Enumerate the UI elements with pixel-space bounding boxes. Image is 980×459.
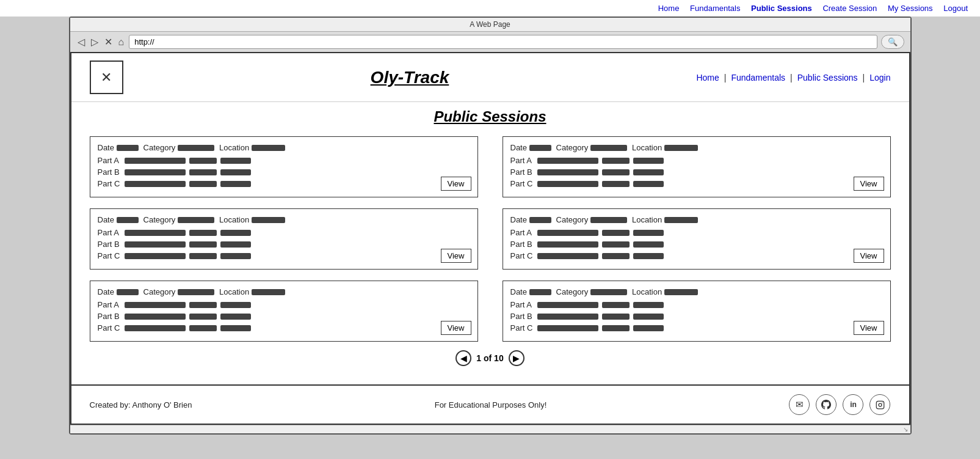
topnav-logout[interactable]: Logout	[943, 4, 968, 13]
nav-sep-2: |	[790, 73, 793, 83]
next-page-button[interactable]: ▶	[509, 350, 524, 366]
browser-title: A Web Page	[470, 20, 510, 29]
loc-val-1	[252, 145, 285, 151]
session-5-row-b: Part B	[98, 312, 470, 321]
session-6-row-a: Part A	[510, 300, 883, 309]
session-5-row-c: Part C	[98, 323, 470, 332]
forward-button[interactable]: ▷	[90, 36, 100, 48]
session-card-1: Date Category Location Part A	[90, 136, 478, 197]
topnav-create-session[interactable]: Create Session	[822, 4, 877, 13]
session-6-row-c: Part C	[510, 323, 883, 332]
session-2-row-a: Part A	[510, 156, 883, 165]
site-nav: Home | Fundamentals | Public Sessions | …	[696, 73, 890, 83]
linkedin-icon[interactable]: in	[843, 394, 863, 415]
view-button-4[interactable]: View	[854, 249, 884, 263]
topnav-home[interactable]: Home	[658, 4, 680, 13]
pagination: ◀ 1 of 10 ▶	[90, 342, 891, 372]
session-5-row-a: Part A	[98, 300, 470, 309]
pagination-text: 1 of 10	[476, 353, 503, 363]
session-card-2: Date Category Location Part A	[503, 136, 891, 197]
page-main: Public Sessions Date Category Location P…	[71, 102, 909, 384]
session-2-row-b: Part B	[510, 167, 883, 177]
loc-label-1: Location	[217, 143, 249, 152]
site-footer: Created by: Anthony O' Brien For Educati…	[71, 384, 909, 424]
cat-label-1: Category	[141, 143, 175, 152]
sessions-grid: Date Category Location Part A	[90, 136, 891, 342]
date-val-1	[117, 145, 139, 151]
view-button-2[interactable]: View	[854, 177, 884, 191]
url-bar[interactable]	[129, 35, 877, 49]
footer-credit: Created by: Anthony O' Brien	[90, 400, 192, 409]
view-button-3[interactable]: View	[441, 249, 471, 263]
session-card-4: Date Category Location Part A	[503, 208, 891, 270]
page-content: ✕ Oly-Track Home | Fundamentals | Public…	[70, 52, 910, 425]
email-icon[interactable]: ✉	[789, 394, 810, 415]
prev-page-button[interactable]: ◀	[456, 350, 471, 366]
session-2-header: Date Category Location	[510, 143, 883, 152]
session-card-3: Date Category Location Part A	[90, 208, 478, 270]
reload-button[interactable]: ✕	[103, 36, 114, 48]
session-1-row-b: Part B	[98, 167, 470, 177]
browser-window: A Web Page ◁ ▷ ✕ ⌂ 🔍 ✕ Oly-Track Home | …	[69, 17, 912, 435]
session-card-6: Date Category Location Part A	[503, 281, 891, 342]
nav-sep-3: |	[863, 73, 865, 83]
browser-search-button[interactable]: 🔍	[881, 35, 904, 49]
session-3-row-b: Part B	[98, 240, 470, 249]
cat-val-1	[178, 145, 214, 151]
sitenav-login[interactable]: Login	[869, 73, 890, 83]
session-4-row-c: Part C	[510, 251, 883, 260]
site-title: Oly-Track	[371, 68, 449, 87]
footer-icons: ✉ in	[789, 394, 890, 415]
session-4-header: Date Category Location	[510, 215, 883, 224]
topnav-my-sessions[interactable]: My Sessions	[888, 4, 933, 13]
github-icon[interactable]	[816, 394, 837, 415]
instagram-icon[interactable]	[869, 394, 890, 415]
session-6-header: Date Category Location	[510, 287, 883, 296]
sitenav-fundamentals[interactable]: Fundamentals	[731, 73, 785, 83]
session-4-row-a: Part A	[510, 228, 883, 237]
page-current: 1	[476, 353, 481, 363]
view-button-1[interactable]: View	[441, 177, 471, 191]
date-label-1: Date	[98, 143, 114, 152]
back-button[interactable]: ◁	[76, 36, 86, 48]
session-6-row-b: Part B	[510, 312, 883, 321]
session-1-row-c: Part C	[98, 179, 470, 188]
svg-point-2	[882, 402, 882, 403]
browser-scrollbar: ↘	[70, 425, 910, 433]
browser-toolbar: ◁ ▷ ✕ ⌂ 🔍	[70, 32, 910, 52]
sitenav-home[interactable]: Home	[696, 73, 719, 83]
svg-rect-0	[876, 401, 884, 409]
session-3-row-a: Part A	[98, 228, 470, 237]
footer-edu: For Educational Purposes Only!	[435, 400, 547, 409]
session-card-5: Date Category Location Part A	[90, 281, 478, 342]
session-1-row-a: Part A	[98, 156, 470, 165]
topnav-public-sessions[interactable]: Public Sessions	[751, 4, 812, 13]
view-button-5[interactable]: View	[441, 321, 471, 335]
site-logo: ✕	[90, 61, 123, 94]
sitenav-public-sessions[interactable]: Public Sessions	[797, 73, 858, 83]
session-5-header: Date Category Location	[98, 287, 470, 296]
topnav-fundamentals[interactable]: Fundamentals	[690, 4, 740, 13]
session-3-row-c: Part C	[98, 251, 470, 260]
nav-sep-1: |	[724, 73, 727, 83]
session-1-header: Date Category Location	[98, 143, 470, 152]
page-of: of	[484, 353, 494, 363]
session-4-row-b: Part B	[510, 240, 883, 249]
svg-point-1	[879, 403, 882, 406]
home-button[interactable]: ⌂	[117, 37, 126, 48]
view-button-6[interactable]: View	[854, 321, 884, 335]
session-3-header: Date Category Location	[98, 215, 470, 224]
page-heading: Public Sessions	[90, 108, 891, 125]
page-total: 10	[494, 353, 504, 363]
session-2-row-c: Part C	[510, 179, 883, 188]
browser-titlebar: A Web Page	[70, 18, 910, 32]
site-header: ✕ Oly-Track Home | Fundamentals | Public…	[71, 53, 909, 102]
top-nav-bar: Home Fundamentals Public Sessions Create…	[0, 0, 980, 17]
